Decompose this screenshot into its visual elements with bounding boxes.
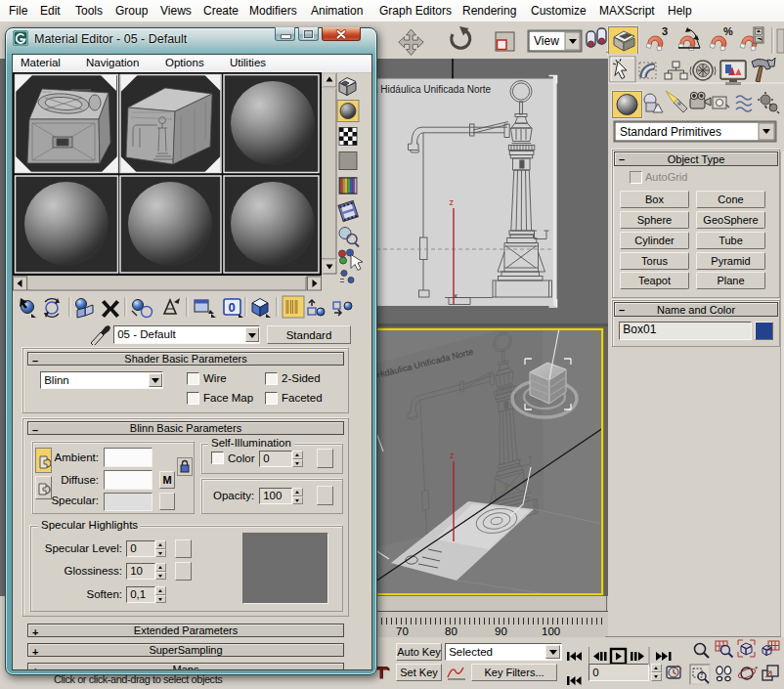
svg-text:x: x (454, 291, 457, 300)
svg-text:0: 0 (229, 300, 236, 315)
svg-text:%: % (723, 25, 733, 37)
svg-text:View: View (534, 34, 559, 48)
svg-text:Standard Primitives: Standard Primitives (620, 125, 721, 139)
svg-text:z: z (450, 451, 455, 460)
svg-text:a Hidáulica Unificada Norte: a Hidáulica Unificada Norte (372, 84, 492, 95)
svg-text:70: 70 (396, 625, 409, 637)
svg-text:3: 3 (662, 25, 668, 37)
svg-text:z: z (450, 197, 455, 207)
svg-text:y: y (504, 482, 508, 491)
svg-text:90: 90 (495, 625, 507, 637)
svg-text:100: 100 (542, 625, 560, 637)
svg-text:80: 80 (445, 625, 457, 637)
